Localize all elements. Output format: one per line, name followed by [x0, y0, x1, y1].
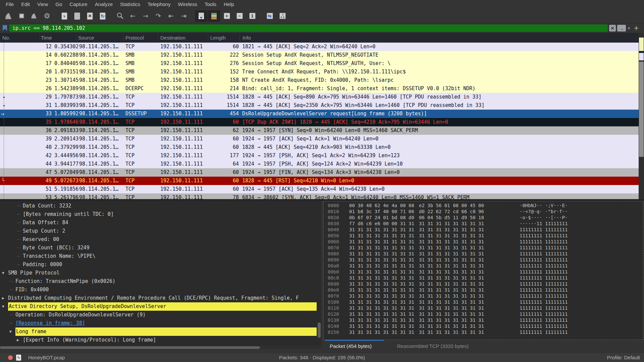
detail-line[interactable]: Byte Count (BCC): 3249	[0, 244, 321, 252]
column-separator[interactable]	[239, 34, 240, 41]
packet-row[interactable]: 515.19185698.114.205.1…TCP192.150.11.111…	[0, 185, 639, 193]
hex-row[interactable]: 006031 31 31 31 31 31 31 3131 31 31 31 3…	[324, 239, 643, 245]
column-header-protocol[interactable]: Protocol	[125, 33, 144, 43]
display-filter-input[interactable]: ip.src == 98.114.205.102	[9, 24, 608, 32]
zoom-out-icon[interactable]: −	[233, 10, 246, 22]
find-packet-icon[interactable]	[114, 10, 126, 22]
first-packet-icon[interactable]: ⇤	[165, 10, 177, 22]
detail-line[interactable]: [Response in frame: 38]	[0, 319, 321, 327]
filter-clear-icon[interactable]: ✕	[609, 25, 616, 32]
packet-list-header[interactable]: No.TimeSourceProtocolDestinationLengthIn…	[0, 33, 639, 43]
detail-line[interactable]: ▼Long frame	[0, 327, 321, 336]
detail-line[interactable]: Padding: 0000	[0, 260, 321, 269]
detail-line[interactable]: Function: TransactNmPipe (0x0026)	[0, 277, 321, 286]
filter-apply-icon[interactable]: →	[617, 25, 626, 32]
menu-tools[interactable]: Tools	[201, 0, 220, 9]
layout-icon[interactable]: 123	[276, 10, 288, 22]
hex-row[interactable]: 005031 31 31 31 31 31 31 3131 31 31 31 3…	[324, 233, 643, 239]
packet-row[interactable]: 392.20914398.114.205.1…TCP192.150.11.111…	[0, 135, 639, 143]
detail-line[interactable]: FID: 0x4000	[0, 286, 321, 294]
detail-line[interactable]: ▼Active Directory Setup, DsRoleUpgradeDo…	[0, 302, 321, 311]
open-file-icon[interactable]: ▙	[58, 10, 70, 22]
column-header-length[interactable]: Length	[210, 33, 226, 43]
packet-row[interactable]: 201.07315198.114.205.1…SMB192.150.11.111…	[0, 68, 639, 76]
packet-row[interactable]: 170.84040598.114.205.1…SMB192.150.11.111…	[0, 59, 639, 68]
chevron-right-icon[interactable]: ▶	[17, 336, 23, 344]
hex-row[interactable]: 004031 31 31 31 31 31 31 3131 31 31 31 3…	[324, 227, 643, 233]
save-file-icon[interactable]: 010101010101	[71, 10, 83, 22]
hex-row[interactable]: 009031 31 31 31 31 31 31 3131 31 31 31 3…	[324, 257, 643, 263]
hex-row[interactable]: 001001 b8 3c 3f 40 00 71 06d0 22 62 72 c…	[324, 208, 643, 215]
detail-line[interactable]: Transaction Name: \PIPE\	[0, 252, 321, 260]
column-separator[interactable]	[76, 34, 77, 41]
reload-file-icon[interactable]: ↻	[97, 10, 109, 22]
packet-list-scrollbar[interactable]	[639, 33, 644, 199]
menu-statistics[interactable]: Statistics	[116, 0, 144, 9]
menu-go[interactable]: Go	[52, 0, 66, 9]
detail-line[interactable]: Operation: DsRoleUpgradeDownlevelServer …	[0, 311, 321, 319]
detail-vscroll-handle[interactable]	[318, 322, 321, 338]
column-header-destination[interactable]: Destination	[160, 33, 185, 43]
menu-capture[interactable]: Capture	[66, 0, 91, 9]
hex-row[interactable]: 00a031 31 31 31 31 31 31 3131 31 31 31 3…	[324, 263, 643, 269]
column-header-no[interactable]: No.	[2, 33, 10, 43]
detail-line[interactable]: ▶[Expert Info (Warning/Protocol): Long f…	[0, 336, 321, 344]
packet-row[interactable]: 475.07204998.114.205.1…TCP192.150.11.111…	[0, 168, 639, 177]
chevron-right-icon[interactable]: ▶	[2, 294, 8, 302]
packet-row[interactable]: 535.26179698.114.205.1…TCP192.150.11.111…	[0, 193, 639, 199]
packet-row[interactable]: 140.60228898.114.205.1…SMB192.150.11.111…	[0, 51, 639, 59]
zoom-original-icon[interactable]: 1	[246, 10, 258, 22]
hex-row[interactable]: 011031 31 31 31 31 31 31 3131 31 31 31 3…	[324, 305, 643, 311]
detail-hscrollbar[interactable]	[0, 346, 321, 349]
packet-row[interactable]: 362.09183398.114.205.1…TCP192.150.11.111…	[0, 126, 639, 135]
column-header-source[interactable]: Source	[78, 33, 94, 43]
chevron-down-icon[interactable]: ▼	[9, 327, 15, 336]
close-file-icon[interactable]: ✕	[84, 10, 96, 22]
menu-file[interactable]: File	[2, 0, 17, 9]
detail-vscrollbar[interactable]	[317, 201, 321, 346]
packet-row[interactable]: 120.35430298.114.205.1…TCP192.150.11.111…	[0, 43, 639, 51]
resize-columns-icon[interactable]: ⇆	[264, 10, 276, 22]
hex-row[interactable]: 013031 31 31 31 31 31 31 3131 31 31 31 3…	[324, 317, 643, 323]
filter-dropdown-icon[interactable]: ▾	[628, 26, 630, 31]
menu-help[interactable]: Help	[220, 0, 238, 9]
hex-row[interactable]: 00200b 6f 07 24 01 bd 08 d006 04 5b d5 1…	[324, 215, 643, 221]
column-separator[interactable]	[208, 34, 208, 41]
response-frame-link[interactable]: [Response in frame: 38]	[15, 319, 85, 327]
capture-options-icon[interactable]: ⚙	[41, 10, 53, 22]
packet-row[interactable]: 261.54238998.114.205.1…DCERPC192.150.11.…	[0, 84, 639, 93]
bookmark-icon[interactable]	[3, 25, 7, 31]
hex-row[interactable]: 007031 31 31 31 31 31 31 3131 31 31 31 3…	[324, 245, 643, 251]
packet-row[interactable]: 291.79787398.114.205.1…TCP192.150.11.111…	[0, 93, 639, 101]
tab-packet-bytes[interactable]: Packet (454 bytes)	[330, 340, 372, 353]
column-header-info[interactable]: Info	[243, 33, 251, 43]
column-separator[interactable]	[40, 34, 40, 41]
detail-line[interactable]: ▼SMB Pipe Protocol	[0, 269, 321, 277]
auto-scroll-icon[interactable]	[195, 10, 207, 22]
packet-row[interactable]: 443.94417798.114.205.1…TCP192.150.11.111…	[0, 160, 639, 168]
detail-line[interactable]: Data Offset: 84	[0, 219, 321, 227]
last-packet-icon[interactable]: ⇥	[178, 10, 190, 22]
zoom-in-icon[interactable]: +	[221, 10, 233, 22]
menu-telephony[interactable]: Telephony	[144, 0, 174, 9]
hex-row[interactable]: 012031 31 31 31 31 31 31 3131 31 31 31 3…	[324, 311, 643, 317]
hex-row[interactable]: 000000 30 48 62 4e 4a 00 08e2 3b 56 01 0…	[324, 202, 643, 208]
packet-row[interactable]: 231.30714598.114.205.1…SMB192.150.11.111…	[0, 76, 639, 84]
scrollbar-handle[interactable]	[639, 62, 644, 157]
go-back-icon[interactable]: ←	[127, 10, 139, 22]
packet-row[interactable]: 311.80399398.114.205.1…TCP192.150.11.111…	[0, 101, 639, 110]
packet-row[interactable]: 351.97864698.114.205.1…TCP192.150.11.111…	[0, 118, 639, 126]
hex-row[interactable]: 010031 31 31 31 31 31 31 3131 31 31 31 3…	[324, 299, 643, 305]
hex-row[interactable]: 0030f7 d6 c6 e6 00 00 31 3131 31 31 31 3…	[324, 221, 643, 227]
packet-row[interactable]: 423.44495698.114.205.1…TCP192.150.11.111…	[0, 152, 639, 160]
packet-row[interactable]: 495.07267398.114.205.1…TCP192.150.11.111…	[0, 177, 639, 185]
go-to-packet-icon[interactable]: ↷	[152, 10, 164, 22]
column-header-time[interactable]: Time	[41, 33, 52, 43]
hex-row[interactable]: 00c031 31 31 31 31 31 31 3131 31 31 31 3…	[324, 275, 643, 281]
hex-row[interactable]: 00d031 31 31 31 31 31 31 3131 31 31 31 3…	[324, 281, 643, 287]
detail-line[interactable]: [Bytes remaining until TDC: 0]	[0, 210, 321, 219]
detail-line[interactable]: Setup Count: 2	[0, 227, 321, 235]
tab-reassembled-tcp[interactable]: Reassembled TCP (3320 bytes)	[397, 340, 469, 353]
column-separator[interactable]	[123, 34, 123, 41]
chevron-down-icon[interactable]: ▼	[2, 302, 8, 311]
